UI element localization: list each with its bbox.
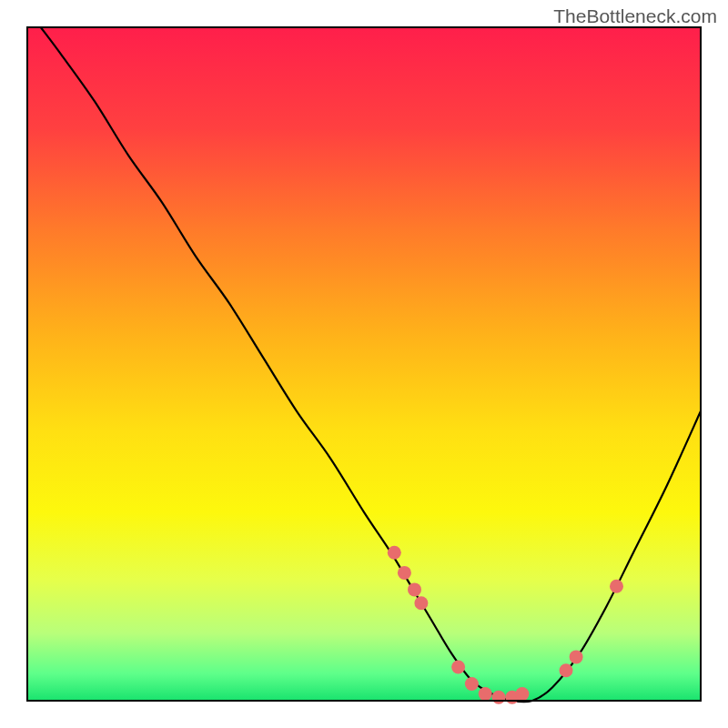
highlight-dot xyxy=(465,677,479,691)
highlight-dot xyxy=(398,566,411,580)
highlight-dot xyxy=(451,661,465,674)
highlight-dot xyxy=(492,691,506,704)
highlight-dot xyxy=(408,582,421,596)
bottleneck-chart xyxy=(0,0,728,728)
highlight-dot xyxy=(560,663,573,677)
highlight-dot xyxy=(570,650,583,663)
highlight-dot xyxy=(388,546,401,560)
highlight-dot xyxy=(479,687,492,701)
chart-background xyxy=(27,27,701,701)
highlight-dot xyxy=(610,580,623,593)
watermark-text: TheBottleneck.com xyxy=(553,5,717,27)
chart-container xyxy=(0,0,728,728)
highlight-dot xyxy=(515,687,529,701)
highlight-dot xyxy=(414,596,428,610)
